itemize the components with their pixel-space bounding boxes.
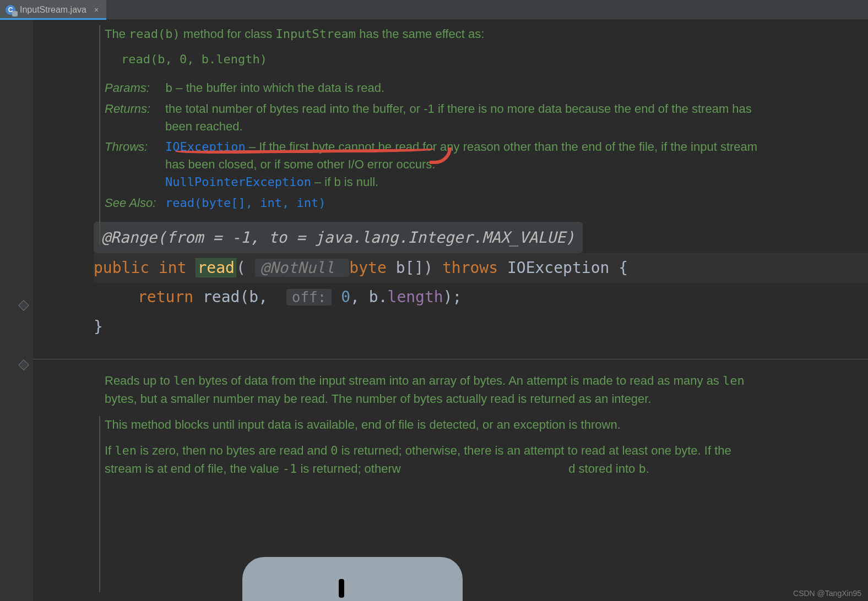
keyword-throws: throws <box>442 259 498 277</box>
doc-seealso-link[interactable]: read(byte[], int, int) <box>165 196 326 210</box>
doc-seealso-label: See Also: <box>105 194 165 212</box>
editor-tab-inputstream[interactable]: C InputStream.java × <box>0 0 106 19</box>
javadoc-border <box>99 25 100 245</box>
doc-throws-npe-link[interactable]: NullPointerException <box>165 175 311 189</box>
doc-returns-label: Returns: <box>105 100 165 135</box>
doc-code-len: len <box>723 374 745 387</box>
doc-text: d stored into <box>568 462 638 476</box>
doc-text: is zero, then no bytes are read and <box>137 444 330 457</box>
tab-bar: C InputStream.java × <box>0 0 868 20</box>
doc-params-label: Params: <box>105 79 165 97</box>
tab-filename: InputStream.java <box>20 5 86 15</box>
close-icon[interactable]: × <box>94 6 99 14</box>
doc-param-name: b <box>165 81 172 95</box>
separator <box>33 359 868 359</box>
type-byte: byte <box>349 259 386 277</box>
editor: The read(b) method for class InputStream… <box>0 20 868 601</box>
comma: , <box>350 288 369 306</box>
doc-text: has the same effect as: <box>356 27 484 41</box>
doc-code-zero: 0 <box>330 444 338 457</box>
method-name-read: read <box>196 258 236 277</box>
doc-code-b: b <box>638 462 645 476</box>
rbrace: } <box>94 318 103 336</box>
doc-text: This method blocks until input data is a… <box>105 416 766 434</box>
cursor-caret-icon <box>339 579 344 598</box>
lbrace: { <box>619 259 628 277</box>
doc-code-len: len <box>115 444 137 457</box>
doc-text: bytes, but a smaller number may be read.… <box>105 392 652 406</box>
doc-text: If <box>105 444 115 457</box>
code-block[interactable]: @Range(from = -1, to = java.lang.Integer… <box>94 222 868 341</box>
inlay-hint-off: off: <box>286 289 332 305</box>
ref-b: b <box>369 288 378 306</box>
doc-throws-label: Throws: <box>105 138 165 191</box>
param-b: b[] <box>396 259 424 277</box>
doc-code-len: len <box>173 374 196 387</box>
doc-text: method for class <box>180 27 276 41</box>
doc-text: . <box>646 462 649 476</box>
rparen-semi: ); <box>443 288 462 306</box>
doc-param-desc: – the buffer into which the data is read… <box>172 81 384 95</box>
field-length: length <box>388 288 443 306</box>
literal-zero: 0 <box>341 288 350 306</box>
call-read: read(b, <box>203 288 268 306</box>
keyword-return: return <box>138 288 193 306</box>
doc-returns-text: the total number of bytes read into the … <box>165 100 760 135</box>
watermark: CSDN @TangXin95 <box>793 589 861 598</box>
cursor-overlay <box>242 557 463 601</box>
doc-throws-ioexception-text: – If the first byte cannot be read for a… <box>165 140 757 171</box>
doc-class: InputStream <box>275 27 356 41</box>
doc-text: bytes of data from the input stream into… <box>196 374 723 387</box>
doc-code: read(b) <box>129 27 180 41</box>
javadoc-border <box>99 416 100 592</box>
doc-example: read(b, 0, b.length) <box>121 51 868 68</box>
javadoc-block-read-len: Reads up to len bytes of data from the i… <box>105 371 766 478</box>
java-class-icon: C <box>6 5 15 15</box>
doc-text: is returned; otherw <box>297 462 400 476</box>
fold-toggle-icon[interactable] <box>18 300 29 311</box>
doc-code-neg1: -1 <box>283 462 297 476</box>
doc-text: is returned; otherwise, there is an atte… <box>338 444 715 457</box>
gutter[interactable] <box>0 20 33 601</box>
notnull-hint: @NotNull <box>255 259 350 277</box>
keyword-public: public <box>94 259 149 277</box>
doc-throws-npe-text: – if b is null. <box>311 175 378 189</box>
keyword-int: int <box>159 259 187 277</box>
exception-type: IOException <box>507 259 609 277</box>
javadoc-block-read-b: The read(b) method for class InputStream… <box>105 25 868 212</box>
dot: . <box>378 288 388 306</box>
source-pane[interactable]: The read(b) method for class InputStream… <box>33 20 868 601</box>
range-annotation-hint: @Range(from = -1, to = java.lang.Integer… <box>94 222 583 253</box>
doc-text: Reads up to <box>105 374 173 387</box>
fold-toggle-icon[interactable] <box>18 359 29 370</box>
doc-text: The <box>105 27 129 41</box>
